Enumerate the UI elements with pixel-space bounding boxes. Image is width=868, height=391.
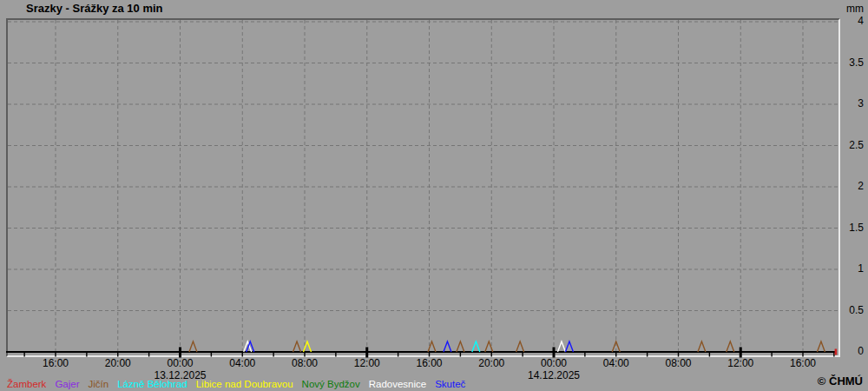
y-tick-label: 1.5 — [841, 222, 864, 234]
precip-spike — [817, 341, 825, 352]
bold-axis-tick — [740, 348, 742, 358]
bold-axis-tick — [553, 348, 556, 358]
legend-item-libice-nad-doubravou: Libice nad Doubravou — [196, 379, 293, 389]
y-tick-label: 2.5 — [841, 139, 864, 151]
precip-spike — [698, 341, 706, 352]
x-tick-label: 16:00 — [777, 357, 829, 369]
x-tick-label: 04:00 — [590, 357, 642, 369]
precip-spike — [565, 341, 573, 352]
y-axis-unit-label: mm — [841, 3, 864, 15]
x-tick-label: 08:00 — [653, 357, 705, 369]
precip-spike — [727, 341, 734, 352]
x-tick-label: 16:00 — [404, 357, 456, 369]
copyright-label: © ČHMÚ — [818, 374, 863, 388]
bold-axis-tick — [179, 348, 181, 358]
y-tick-label: 3 — [841, 97, 864, 109]
x-tick-label: 16:00 — [30, 357, 82, 369]
x-tick-label: 20:00 — [92, 357, 144, 369]
y-tick-label: 2 — [841, 180, 864, 192]
x-tick-label: 00:00 — [528, 357, 580, 369]
legend-item-zamberk: Žamberk — [7, 379, 46, 389]
legend-item-skutec: Skuteč — [435, 379, 465, 389]
precipitation-chart: Srazky - Srážky za 10 min 16:0020:0000:0… — [0, 0, 868, 391]
precip-spike — [293, 341, 301, 352]
legend-item-lazne-belohrad: Lázně Bělohrad — [117, 379, 187, 389]
precip-spike — [457, 341, 464, 352]
bold-axis-tick — [365, 348, 368, 358]
y-tick-label: 0.5 — [841, 304, 864, 316]
legend-item-novy-bydzov: Nový Bydžov — [302, 379, 360, 389]
station-legend: ŽamberkGajerJičínLázně BělohradLibice na… — [7, 379, 465, 389]
x-tick-label: 12:00 — [341, 357, 393, 369]
x-tick-label: 12:00 — [714, 357, 766, 369]
plot-canvas — [0, 0, 868, 391]
precip-spike — [444, 341, 451, 352]
x-tick-label: 20:00 — [465, 357, 517, 369]
y-tick-label: 1 — [841, 262, 864, 275]
precip-spike — [189, 341, 197, 352]
y-tick-label: 0 — [841, 345, 864, 357]
legend-item-gajer: Gajer — [55, 379, 79, 389]
precip-spike — [516, 341, 524, 352]
x-tick-label: 00:00 — [155, 357, 207, 369]
legend-item-jicin: Jičín — [89, 379, 109, 389]
x-tick-label: 08:00 — [279, 357, 331, 369]
date-label: 14.12.2025 — [510, 369, 597, 381]
x-tick-label: 04:00 — [216, 357, 268, 369]
y-tick-label: 3.5 — [841, 56, 864, 69]
axis-end-mark — [835, 349, 838, 355]
y-tick-label: 4 — [841, 15, 864, 27]
precip-spike — [472, 341, 480, 352]
precip-spike — [557, 341, 565, 352]
legend-item-radovesnice: Radovesnice — [369, 379, 426, 389]
